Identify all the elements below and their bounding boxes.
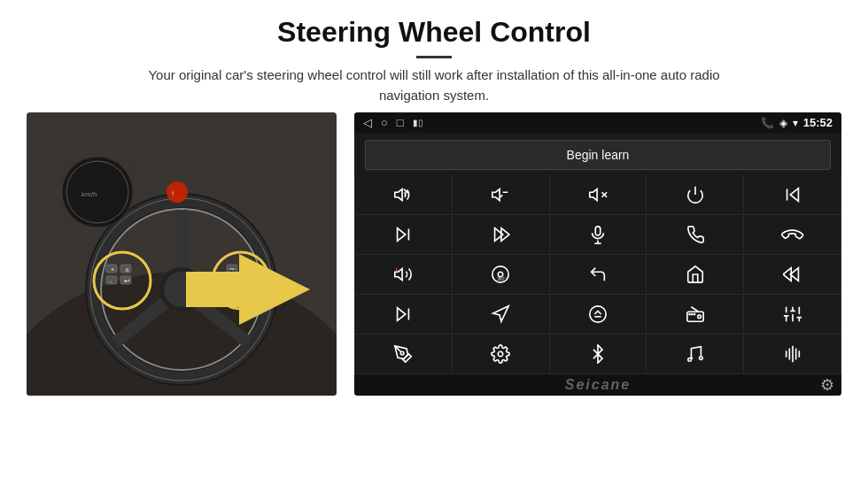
svg-text:km/h: km/h bbox=[81, 190, 97, 198]
svg-point-30 bbox=[62, 157, 133, 227]
hang-up-button[interactable] bbox=[744, 215, 841, 254]
waveform-button[interactable] bbox=[744, 335, 841, 373]
svg-marker-60 bbox=[493, 306, 508, 321]
location-icon: ◈ bbox=[779, 117, 787, 129]
svg-point-54 bbox=[498, 272, 503, 277]
navigate-button[interactable] bbox=[453, 295, 549, 334]
bluetooth-button[interactable] bbox=[550, 335, 647, 373]
music-button[interactable] bbox=[647, 335, 743, 373]
recent-nav-icon[interactable]: □ bbox=[397, 116, 404, 129]
svg-marker-37 bbox=[492, 189, 500, 201]
home-button[interactable] bbox=[647, 255, 743, 294]
horn-button[interactable] bbox=[355, 255, 452, 294]
svg-text:!: ! bbox=[172, 189, 174, 197]
battery-icon: ▮▯ bbox=[413, 118, 423, 127]
back-nav-icon[interactable]: ◁ bbox=[363, 116, 372, 129]
svg-marker-58 bbox=[398, 308, 406, 321]
settings2-button[interactable] bbox=[453, 335, 549, 373]
home-nav-icon[interactable]: ○ bbox=[381, 116, 388, 129]
phone-button[interactable] bbox=[647, 215, 743, 254]
pen-button[interactable] bbox=[355, 335, 452, 373]
svg-point-77 bbox=[401, 351, 405, 355]
svg-marker-43 bbox=[790, 189, 798, 202]
camera360-button[interactable]: 360° bbox=[453, 255, 549, 294]
control-icon-grid: 360° bbox=[354, 175, 841, 374]
next-skip-button[interactable] bbox=[355, 215, 452, 254]
vol-up-button[interactable] bbox=[355, 175, 452, 214]
page-title: Steering Wheel Control bbox=[53, 16, 815, 49]
skip-back-button[interactable] bbox=[744, 255, 841, 294]
seicane-watermark: Seicane bbox=[565, 377, 631, 393]
return-button[interactable] bbox=[550, 255, 647, 294]
svg-point-78 bbox=[498, 351, 503, 357]
status-bar: ◁ ○ □ ▮▯ 📞 ◈ ▾ 15:52 bbox=[354, 112, 841, 133]
begin-learn-button[interactable]: Begin learn bbox=[365, 140, 831, 170]
header-section: Steering Wheel Control Your original car… bbox=[0, 0, 868, 112]
settings-icon[interactable]: ⚙ bbox=[820, 375, 834, 395]
equalizer-button[interactable] bbox=[744, 295, 841, 334]
svg-point-64 bbox=[698, 315, 701, 319]
mic-button[interactable] bbox=[550, 215, 647, 254]
svg-marker-39 bbox=[590, 189, 597, 201]
title-divider bbox=[416, 56, 452, 58]
time-display: 15:52 bbox=[803, 116, 833, 129]
svg-point-79 bbox=[699, 357, 702, 360]
begin-learn-row: Begin learn bbox=[354, 133, 841, 175]
nav-buttons: ◁ ○ □ ▮▯ bbox=[363, 116, 423, 129]
car-image: + ≋ - ↩ 📷 ◇ ⊙ ◇ km/h bbox=[27, 112, 337, 396]
header-description: Your original car's steering wheel contr… bbox=[124, 65, 744, 105]
main-content: + ≋ - ↩ 📷 ◇ ⊙ ◇ km/h bbox=[0, 112, 868, 485]
prev-track-button[interactable] bbox=[744, 175, 841, 214]
seek-next-button[interactable] bbox=[453, 215, 549, 254]
page: Steering Wheel Control Your original car… bbox=[0, 0, 868, 485]
svg-point-61 bbox=[590, 306, 606, 322]
svg-text:↩: ↩ bbox=[124, 277, 130, 285]
wifi-icon: ▾ bbox=[793, 117, 798, 129]
power-button[interactable] bbox=[647, 175, 743, 214]
svg-text:+: + bbox=[111, 266, 114, 273]
status-indicators: 📞 ◈ ▾ 15:52 bbox=[761, 116, 833, 129]
svg-text:360°: 360° bbox=[498, 277, 507, 281]
svg-rect-49 bbox=[595, 227, 601, 235]
eject-button[interactable] bbox=[550, 295, 647, 334]
svg-point-33 bbox=[167, 181, 188, 203]
android-panel: ◁ ○ □ ▮▯ 📞 ◈ ▾ 15:52 Begin learn bbox=[354, 112, 841, 396]
vol-down-button[interactable] bbox=[453, 175, 549, 214]
svg-text:≋: ≋ bbox=[125, 267, 129, 273]
svg-marker-35 bbox=[395, 189, 402, 201]
svg-marker-45 bbox=[398, 228, 406, 242]
phone-status-icon: 📞 bbox=[761, 117, 774, 129]
skip-fwd-button[interactable] bbox=[355, 295, 452, 334]
radio-button[interactable] bbox=[647, 295, 743, 334]
vol-mute-button[interactable] bbox=[550, 175, 647, 214]
